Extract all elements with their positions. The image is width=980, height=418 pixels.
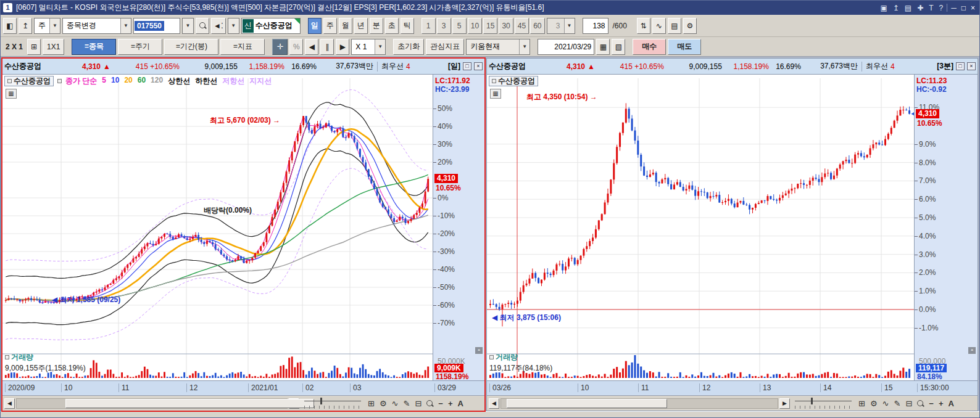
chevron-down-icon[interactable]: ▼: [228, 18, 239, 33]
minute-button-3[interactable]: 3: [437, 18, 451, 34]
maximize-button[interactable]: □: [961, 4, 966, 12]
chevron-down-icon[interactable]: ▼: [564, 18, 575, 33]
period-button-0[interactable]: 일: [308, 18, 322, 34]
chart-scrollbar[interactable]: [500, 398, 778, 409]
drawing-tool-button[interactable]: ▧: [612, 39, 625, 55]
step-forward-button[interactable]: ▶: [336, 39, 349, 55]
reset-button[interactable]: 초기화: [393, 39, 424, 55]
scrollbar-thumb[interactable]: [65, 399, 314, 408]
collapse-indicator-icon[interactable]: ×: [475, 347, 483, 354]
legend-item-1[interactable]: 5: [102, 76, 106, 86]
pause-button[interactable]: ∥: [320, 39, 334, 55]
calendar-icon-button[interactable]: ▦: [596, 39, 610, 55]
minute-button-30[interactable]: 30: [499, 18, 513, 34]
legend-item-9[interactable]: 지지선: [249, 76, 272, 86]
chevron-down-icon[interactable]: ▼: [519, 39, 529, 54]
zoom-search-button[interactable]: [425, 400, 435, 407]
panel-maximize-button[interactable]: □: [463, 62, 471, 70]
zoom-slider[interactable]: [304, 398, 361, 409]
close-button[interactable]: ×: [971, 4, 975, 12]
speed-combo[interactable]: X 1 ▼: [351, 39, 386, 55]
panel-maximize-button[interactable]: □: [956, 62, 965, 70]
week-combo[interactable]: 주 ▼: [34, 18, 60, 34]
legend-item-5[interactable]: 120: [151, 76, 163, 86]
help-icon[interactable]: ?: [939, 4, 944, 12]
text-tool-icon[interactable]: T: [929, 4, 933, 12]
scroll-right-button[interactable]: ▶: [779, 398, 790, 409]
minute-button-10[interactable]: 10: [468, 18, 482, 34]
chevron-down-icon[interactable]: ▼: [183, 18, 193, 33]
period-button-4[interactable]: 분: [370, 18, 383, 34]
minute-button-5[interactable]: 5: [452, 18, 467, 34]
legend-item-0[interactable]: 종가 단순: [65, 76, 97, 86]
settings-icon[interactable]: ⚙: [868, 399, 879, 408]
save-icon-button[interactable]: ▤: [668, 18, 681, 34]
minute-button-45[interactable]: 45: [515, 18, 529, 34]
auto-scale-icon[interactable]: A: [946, 399, 955, 408]
snap-button[interactable]: ↥: [19, 18, 32, 34]
chevron-down-icon[interactable]: ▼: [120, 18, 131, 33]
layout-1x1-button[interactable]: 1X1: [43, 39, 64, 55]
code-dropdown[interactable]: ▼: [182, 18, 194, 34]
pin-icon[interactable]: ✚: [917, 4, 923, 12]
grid-icon[interactable]: ⊞: [366, 399, 376, 408]
compare-icon-button[interactable]: ⇅: [637, 18, 650, 34]
chart-plot-area[interactable]: 수산중공업종가 단순5102060120상한선하한선저항선지지선▦최고 5,67…: [2, 75, 484, 380]
zoom-in-icon[interactable]: +: [937, 399, 945, 408]
link-stock-button[interactable]: =종목: [72, 39, 116, 55]
step-back-button[interactable]: ◀: [305, 39, 318, 55]
favorite-indicator-button[interactable]: 관심지표: [426, 39, 464, 55]
link-period-button[interactable]: =주기: [118, 39, 162, 55]
period-button-6[interactable]: 틱: [401, 18, 414, 34]
indicator-icon[interactable]: ∿: [390, 399, 401, 408]
stock-name-chip[interactable]: 신 수산중공업: [241, 18, 301, 34]
grid-toggle-icon[interactable]: ▦: [6, 89, 17, 99]
panel-icon[interactable]: ⊟: [903, 399, 914, 408]
minimize-button[interactable]: ─: [951, 4, 957, 12]
panel-close-button[interactable]: ×: [474, 62, 483, 70]
zoom-out-icon[interactable]: −: [436, 399, 445, 408]
minute-combo[interactable]: 3 ▼: [547, 18, 575, 34]
legend-item-3[interactable]: 20: [124, 76, 132, 86]
link-range-button[interactable]: =기간(봉): [164, 39, 218, 55]
chart-scrollbar[interactable]: [16, 398, 288, 409]
link-indicator-button[interactable]: =지표: [220, 39, 265, 55]
chevron-down-icon[interactable]: ▼: [375, 39, 385, 54]
stock-code-input[interactable]: 017550: [133, 18, 180, 34]
price-axis[interactable]: LC:11.23HC:-0.9211.0%9.0%8.0%7.0%6.0%5.0…: [914, 75, 978, 380]
legend-item-8[interactable]: 저항선: [222, 76, 244, 86]
minute-button-15[interactable]: 15: [483, 18, 497, 34]
legend-stock-chip[interactable]: 수산중공업: [4, 76, 54, 86]
legend-item-4[interactable]: 60: [138, 76, 146, 86]
move-mode-button[interactable]: ✛: [272, 39, 288, 55]
date-axis[interactable]: 03/2610111213141515:30:00: [487, 380, 978, 395]
panel-header[interactable]: 수산중공업4,310▲415 +10.65%9,009,1551,158.19%…: [487, 59, 978, 75]
speaker-dropdown[interactable]: ▼: [228, 18, 239, 34]
zoom-out-icon[interactable]: −: [927, 399, 936, 408]
period-button-5[interactable]: 초: [385, 18, 399, 34]
date-axis[interactable]: 2020/091011122021/01020303/29: [2, 380, 484, 395]
period-button-3[interactable]: 년: [354, 18, 368, 34]
settings-icon[interactable]: ⚙: [378, 399, 389, 408]
copy-window-icon[interactable]: ▣: [880, 4, 887, 12]
speaker-button[interactable]: ◄⁚: [211, 18, 226, 34]
settings-icon-button[interactable]: ⚙: [683, 18, 697, 34]
stock-change-combo[interactable]: 종목변경 ▼: [62, 18, 131, 34]
legend-item-7[interactable]: 하한선: [195, 76, 217, 86]
search-button[interactable]: [196, 18, 209, 34]
add-chart-icon-button[interactable]: ∿: [652, 18, 666, 34]
period-button-2[interactable]: 월: [339, 18, 352, 34]
dock-icon[interactable]: ▤: [905, 4, 911, 12]
panel-header[interactable]: 수산중공업4,310▲415 +10.65%9,009,1551,158.19%…: [2, 59, 484, 75]
zoom-in-icon[interactable]: +: [446, 399, 455, 408]
grid-icon[interactable]: ⊞: [857, 399, 867, 408]
zoom-slider[interactable]: [795, 398, 852, 409]
date-input[interactable]: 2021/03/29: [538, 39, 594, 55]
draw-icon[interactable]: ✎: [892, 399, 902, 408]
indicator-icon[interactable]: ∿: [881, 399, 891, 408]
auto-scale-icon[interactable]: A: [455, 399, 465, 408]
chart-plot-area[interactable]: 수산중공업▦최고 4,350 (10:54) →◀ 최저 3,875 (15:0…: [487, 75, 978, 380]
legend-item-2[interactable]: 10: [111, 76, 119, 86]
grid-select-button[interactable]: ⊞: [27, 39, 41, 55]
panel-icon[interactable]: ⊟: [413, 399, 423, 408]
